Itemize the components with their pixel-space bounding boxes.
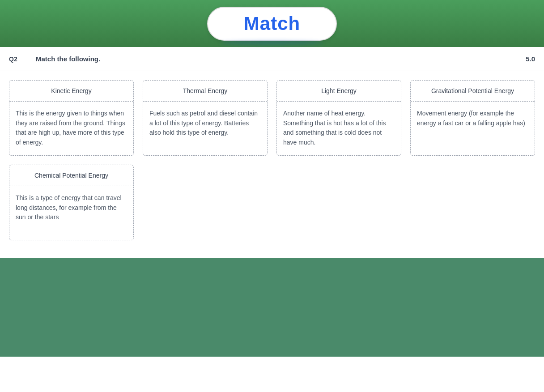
- match-title-container: Match: [207, 7, 337, 41]
- card-body-light: Another name of heat energy. Something t…: [277, 102, 401, 155]
- card-header-gravitational: Gravitational Potential Energy: [411, 81, 535, 102]
- card-body-gravitational: Movement energy (for example the energy …: [411, 102, 535, 155]
- card-header-kinetic: Kinetic Energy: [9, 81, 133, 102]
- card-body-text-light: Another name of heat energy. Something t…: [283, 110, 386, 146]
- card-chemical[interactable]: Chemical Potential Energy This is a type…: [9, 165, 134, 240]
- card-header-text-gravitational: Gravitational Potential Energy: [431, 87, 514, 94]
- header-bar: Match: [0, 0, 544, 47]
- cards-row-2: Chemical Potential Energy This is a type…: [9, 165, 535, 240]
- card-gravitational[interactable]: Gravitational Potential Energy Movement …: [410, 80, 535, 156]
- card-body-thermal: Fuels such as petrol and diesel contain …: [143, 102, 267, 155]
- match-title: Match: [244, 13, 300, 34]
- card-thermal[interactable]: Thermal Energy Fuels such as petrol and …: [143, 80, 268, 156]
- question-score: 5.0: [526, 55, 535, 63]
- cards-row-1: Kinetic Energy This is the energy given …: [9, 80, 535, 156]
- card-body-chemical: This is a type of energy that can travel…: [9, 186, 133, 240]
- card-header-chemical: Chemical Potential Energy: [9, 165, 133, 186]
- card-header-text-chemical: Chemical Potential Energy: [34, 172, 108, 179]
- card-header-thermal: Thermal Energy: [143, 81, 267, 102]
- card-body-text-gravitational: Movement energy (for example the energy …: [417, 110, 525, 127]
- card-header-text-kinetic: Kinetic Energy: [51, 87, 91, 94]
- card-body-text-chemical: This is a type of energy that can travel…: [16, 194, 122, 221]
- question-number: Q2: [9, 55, 22, 63]
- card-body-text-kinetic: This is the energy given to things when …: [16, 110, 125, 146]
- card-kinetic[interactable]: Kinetic Energy This is the energy given …: [9, 80, 134, 156]
- question-text: Match the following.: [36, 55, 526, 63]
- card-header-light: Light Energy: [277, 81, 401, 102]
- content-area: Kinetic Energy This is the energy given …: [0, 71, 544, 258]
- question-bar: Q2 Match the following. 5.0: [0, 47, 544, 71]
- card-header-text-thermal: Thermal Energy: [183, 87, 228, 94]
- card-light[interactable]: Light Energy Another name of heat energy…: [276, 80, 401, 156]
- card-body-kinetic: This is the energy given to things when …: [9, 102, 133, 155]
- bottom-drop-area: [0, 258, 544, 357]
- card-body-text-thermal: Fuels such as petrol and diesel contain …: [149, 110, 258, 136]
- card-header-text-light: Light Energy: [321, 87, 357, 94]
